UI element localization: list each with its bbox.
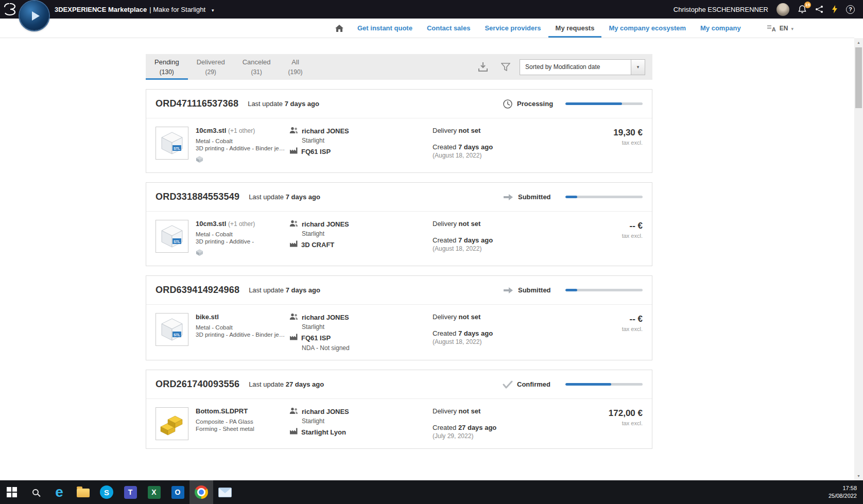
created-row: Created 7 days ago — [433, 236, 567, 244]
progress-fill — [565, 102, 622, 105]
last-update: Last update 7 days ago — [248, 100, 319, 108]
item-thumbnail[interactable] — [156, 407, 188, 440]
item-name-row: 10cm3.stl (+1 other) — [196, 127, 289, 134]
lightning-icon[interactable] — [832, 5, 838, 14]
order-card[interactable]: ORD639414924968 Last update 7 days ago S… — [146, 275, 652, 360]
taskbar-search[interactable] — [24, 480, 47, 504]
provider-row: 3D CRAFT — [289, 240, 433, 249]
order-id: ORD639414924968 — [156, 285, 239, 296]
progress-bar — [565, 383, 643, 386]
taskbar-outlook[interactable] — [166, 480, 189, 504]
language-selector[interactable]: EN — [767, 19, 793, 38]
avatar[interactable] — [776, 3, 789, 16]
taskbar-chrome[interactable] — [189, 480, 213, 504]
sort-dropdown[interactable]: Sorted by Modification date — [520, 59, 645, 75]
last-update: Last update 27 days ago — [249, 380, 324, 388]
nav-item-service-providers[interactable]: Service providers — [477, 19, 548, 38]
clock-time: 17:58 — [829, 484, 857, 492]
status-label: Confirmed — [517, 380, 550, 388]
last-update-value: 7 days ago — [285, 100, 319, 108]
taskbar-edge[interactable] — [47, 480, 71, 504]
contact-name: richard JONES — [302, 127, 349, 135]
order-price: 19,30 € — [613, 128, 643, 138]
filter-icon[interactable] — [501, 62, 510, 72]
nav-home[interactable] — [329, 19, 350, 38]
tab-canceled[interactable]: Canceled (31) — [234, 54, 280, 80]
material-cube-icon — [196, 249, 203, 257]
compass-logo-icon[interactable] — [20, 1, 49, 30]
tax-label: tax excl. — [609, 420, 643, 426]
scroll-down-arrow[interactable] — [854, 472, 863, 480]
item-material: Composite - PA Glass — [196, 419, 289, 425]
order-card[interactable]: ORD471116537368 Last update 7 days ago P… — [146, 89, 652, 173]
status-block: Confirmed — [503, 380, 643, 389]
nav-item-my-requests[interactable]: My requests — [548, 19, 602, 38]
factory-icon — [289, 428, 298, 436]
delivery-info: Delivery not set Created 7 days ago (Aug… — [433, 220, 567, 252]
tab-pending[interactable]: Pending (130) — [146, 54, 188, 80]
notifications-icon[interactable]: 15 — [798, 5, 807, 14]
order-id: ORD261740093556 — [156, 379, 239, 390]
nav-item-my-company[interactable]: My company — [693, 19, 748, 38]
last-update-label: Last update — [249, 286, 284, 294]
arrow-right-icon — [503, 286, 514, 294]
help-icon[interactable] — [846, 5, 855, 14]
taskbar-explorer[interactable] — [71, 480, 95, 504]
taskbar-skype[interactable] — [95, 480, 118, 504]
item-material: Metal - Cobalt — [196, 324, 289, 331]
progress-fill — [565, 289, 577, 291]
provider-name: 3D CRAFT — [301, 241, 334, 249]
app-title[interactable]: 3DEXPERIENCE Marketplace | Make for Star… — [55, 6, 214, 13]
user-name[interactable]: Christophe ESCHENBRENNER — [674, 6, 768, 13]
tax-label: tax excl. — [622, 326, 643, 332]
start-button[interactable] — [0, 480, 24, 504]
item-name: 10cm3.stl — [196, 127, 226, 134]
dropdown-caret-icon[interactable] — [631, 60, 645, 75]
nav-item-contact-sales[interactable]: Contact sales — [420, 19, 478, 38]
item-thumbnail[interactable]: STL — [156, 127, 188, 160]
download-icon[interactable] — [477, 62, 489, 72]
progress-bar — [565, 102, 643, 105]
last-update-label: Last update — [248, 100, 283, 108]
order-card[interactable]: ORD331884553549 Last update 7 days ago S… — [146, 182, 652, 266]
taskbar-clock[interactable]: 17:58 25/08/2022 — [829, 484, 863, 500]
item-process: 3D printing - Additive - — [196, 238, 289, 245]
order-card[interactable]: ORD261740093556 Last update 27 days ago … — [146, 370, 652, 449]
content: Pending (130) Delivered (29) Canceled (3… — [0, 38, 854, 480]
provider-row: FQ61 ISP — [289, 334, 433, 342]
share-icon[interactable] — [815, 5, 823, 13]
delivery-row: Delivery not set — [433, 407, 567, 415]
nav-item-get-instant-quote[interactable]: Get instant quote — [350, 19, 420, 38]
chevron-down-icon — [791, 25, 793, 32]
3ds-logo-icon[interactable] — [3, 3, 16, 18]
progress-bar — [565, 289, 643, 291]
person-icon — [289, 313, 298, 322]
last-update-value: 27 days ago — [286, 380, 324, 388]
item-name-row: bike.stl — [196, 313, 289, 321]
taskbar: 17:58 25/08/2022 — [0, 480, 863, 504]
play-icon — [32, 11, 40, 21]
check-icon — [503, 380, 513, 389]
provider-row: FQ61 ISP — [289, 147, 433, 155]
contact-name: richard JONES — [302, 314, 349, 321]
taskbar-mail[interactable] — [213, 480, 237, 504]
taskbar-excel[interactable] — [142, 480, 166, 504]
item-thumbnail[interactable]: STL — [156, 220, 188, 253]
scrollbar-thumb[interactable] — [855, 47, 862, 108]
nav-item-my-company-ecosystem[interactable]: My company ecosystem — [601, 19, 693, 38]
taskbar-teams[interactable] — [118, 480, 142, 504]
order-card-header: ORD639414924968 Last update 7 days ago S… — [146, 276, 652, 304]
windows-logo-icon — [7, 487, 17, 497]
item-thumbnail[interactable]: STL — [156, 313, 188, 346]
order-card-body: Bottom.SLDPRT Composite - PA Glass Formi… — [146, 398, 652, 448]
created-value: 27 days ago — [458, 424, 496, 431]
teams-icon — [124, 486, 137, 499]
svg-text:STL: STL — [174, 147, 181, 150]
tab-all[interactable]: All (190) — [280, 54, 312, 80]
scrollbar[interactable] — [854, 38, 863, 480]
tab-delivered[interactable]: Delivered (29) — [188, 54, 234, 80]
scroll-up-arrow[interactable] — [854, 38, 863, 47]
provider-name: Starlight Lyon — [301, 428, 346, 436]
nav-links: Get instant quote Contact sales Service … — [329, 19, 748, 38]
delivery-value: not set — [459, 220, 481, 228]
